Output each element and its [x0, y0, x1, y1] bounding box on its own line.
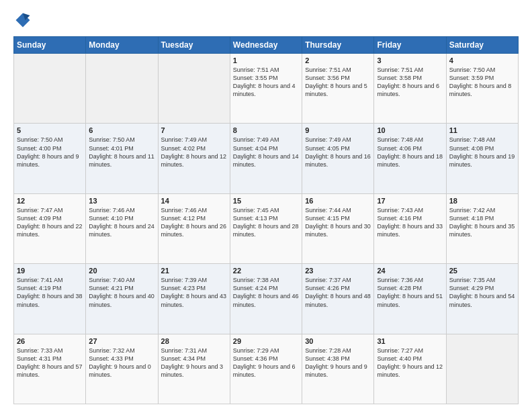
- cell-content: Sunrise: 7:48 AM Sunset: 4:08 PM Dayligh…: [449, 136, 515, 169]
- cell-content: Sunrise: 7:43 AM Sunset: 4:16 PM Dayligh…: [377, 206, 443, 239]
- calendar-header-row: SundayMondayTuesdayWednesdayThursdayFrid…: [14, 37, 519, 54]
- day-number: 11: [449, 126, 515, 134]
- day-header-friday: Friday: [374, 37, 446, 54]
- calendar-cell: 6Sunrise: 7:50 AM Sunset: 4:01 PM Daylig…: [86, 124, 158, 193]
- cell-content: Sunrise: 7:44 AM Sunset: 4:15 PM Dayligh…: [305, 206, 371, 239]
- logo: [13, 11, 35, 30]
- calendar-cell: 21Sunrise: 7:39 AM Sunset: 4:23 PM Dayli…: [158, 264, 230, 334]
- calendar-cell: [446, 334, 518, 404]
- cell-content: Sunrise: 7:35 AM Sunset: 4:29 PM Dayligh…: [449, 276, 515, 309]
- cell-content: Sunrise: 7:46 AM Sunset: 4:12 PM Dayligh…: [161, 206, 227, 239]
- cell-content: Sunrise: 7:46 AM Sunset: 4:10 PM Dayligh…: [89, 206, 154, 239]
- day-number: 12: [17, 197, 83, 205]
- cell-content: Sunrise: 7:42 AM Sunset: 4:18 PM Dayligh…: [449, 206, 515, 239]
- calendar-cell: 12Sunrise: 7:47 AM Sunset: 4:09 PM Dayli…: [14, 193, 86, 263]
- calendar-cell: 22Sunrise: 7:38 AM Sunset: 4:24 PM Dayli…: [230, 264, 302, 334]
- cell-content: Sunrise: 7:51 AM Sunset: 3:55 PM Dayligh…: [233, 66, 299, 99]
- calendar-cell: 26Sunrise: 7:33 AM Sunset: 4:31 PM Dayli…: [14, 334, 86, 404]
- day-header-monday: Monday: [86, 37, 158, 54]
- day-number: 18: [449, 197, 515, 205]
- calendar-cell: 2Sunrise: 7:51 AM Sunset: 3:56 PM Daylig…: [302, 54, 374, 124]
- day-number: 25: [449, 267, 515, 275]
- cell-content: Sunrise: 7:50 AM Sunset: 4:01 PM Dayligh…: [89, 136, 154, 169]
- cell-content: Sunrise: 7:49 AM Sunset: 4:02 PM Dayligh…: [161, 136, 227, 169]
- day-header-wednesday: Wednesday: [230, 37, 302, 54]
- calendar-cell: 17Sunrise: 7:43 AM Sunset: 4:16 PM Dayli…: [374, 193, 446, 263]
- calendar-cell: 24Sunrise: 7:36 AM Sunset: 4:28 PM Dayli…: [374, 264, 446, 334]
- calendar-cell: [14, 54, 86, 124]
- cell-content: Sunrise: 7:51 AM Sunset: 3:58 PM Dayligh…: [377, 66, 443, 99]
- cell-content: Sunrise: 7:48 AM Sunset: 4:06 PM Dayligh…: [377, 136, 443, 169]
- calendar-week-3: 12Sunrise: 7:47 AM Sunset: 4:09 PM Dayli…: [14, 193, 519, 263]
- calendar-cell: 16Sunrise: 7:44 AM Sunset: 4:15 PM Dayli…: [302, 193, 374, 263]
- day-number: 23: [305, 267, 371, 275]
- cell-content: Sunrise: 7:38 AM Sunset: 4:24 PM Dayligh…: [233, 276, 299, 309]
- day-number: 7: [161, 126, 227, 134]
- calendar-cell: 9Sunrise: 7:49 AM Sunset: 4:05 PM Daylig…: [302, 124, 374, 193]
- day-number: 30: [305, 337, 371, 345]
- calendar-cell: 3Sunrise: 7:51 AM Sunset: 3:58 PM Daylig…: [374, 54, 446, 124]
- logo-icon: [13, 11, 32, 30]
- calendar-cell: 23Sunrise: 7:37 AM Sunset: 4:26 PM Dayli…: [302, 264, 374, 334]
- cell-content: Sunrise: 7:50 AM Sunset: 3:59 PM Dayligh…: [449, 66, 515, 99]
- calendar-week-1: 1Sunrise: 7:51 AM Sunset: 3:55 PM Daylig…: [14, 54, 519, 124]
- day-header-saturday: Saturday: [446, 37, 518, 54]
- cell-content: Sunrise: 7:49 AM Sunset: 4:05 PM Dayligh…: [305, 136, 371, 169]
- calendar-cell: 18Sunrise: 7:42 AM Sunset: 4:18 PM Dayli…: [446, 193, 518, 263]
- cell-content: Sunrise: 7:28 AM Sunset: 4:38 PM Dayligh…: [305, 347, 371, 379]
- calendar-cell: [158, 54, 230, 124]
- day-number: 26: [17, 337, 83, 345]
- day-number: 10: [377, 126, 443, 134]
- cell-content: Sunrise: 7:50 AM Sunset: 4:00 PM Dayligh…: [17, 136, 83, 169]
- calendar-cell: 1Sunrise: 7:51 AM Sunset: 3:55 PM Daylig…: [230, 54, 302, 124]
- calendar-cell: 20Sunrise: 7:40 AM Sunset: 4:21 PM Dayli…: [86, 264, 158, 334]
- cell-content: Sunrise: 7:49 AM Sunset: 4:04 PM Dayligh…: [233, 136, 299, 169]
- day-number: 19: [17, 267, 83, 275]
- calendar-cell: 10Sunrise: 7:48 AM Sunset: 4:06 PM Dayli…: [374, 124, 446, 193]
- day-number: 8: [233, 126, 299, 134]
- day-number: 31: [377, 337, 443, 345]
- calendar-cell: 28Sunrise: 7:31 AM Sunset: 4:34 PM Dayli…: [158, 334, 230, 404]
- cell-content: Sunrise: 7:51 AM Sunset: 3:56 PM Dayligh…: [305, 66, 371, 99]
- calendar-cell: 14Sunrise: 7:46 AM Sunset: 4:12 PM Dayli…: [158, 193, 230, 263]
- day-number: 4: [449, 56, 515, 64]
- calendar-cell: [86, 54, 158, 124]
- cell-content: Sunrise: 7:36 AM Sunset: 4:28 PM Dayligh…: [377, 276, 443, 309]
- day-header-sunday: Sunday: [14, 37, 86, 54]
- calendar-cell: 25Sunrise: 7:35 AM Sunset: 4:29 PM Dayli…: [446, 264, 518, 334]
- day-number: 20: [89, 267, 154, 275]
- calendar-week-5: 26Sunrise: 7:33 AM Sunset: 4:31 PM Dayli…: [14, 334, 519, 404]
- day-number: 13: [89, 197, 154, 205]
- day-number: 29: [233, 337, 299, 345]
- calendar-week-4: 19Sunrise: 7:41 AM Sunset: 4:19 PM Dayli…: [14, 264, 519, 334]
- day-number: 5: [17, 126, 83, 134]
- cell-content: Sunrise: 7:39 AM Sunset: 4:23 PM Dayligh…: [161, 276, 227, 309]
- calendar-cell: 7Sunrise: 7:49 AM Sunset: 4:02 PM Daylig…: [158, 124, 230, 193]
- calendar-cell: 30Sunrise: 7:28 AM Sunset: 4:38 PM Dayli…: [302, 334, 374, 404]
- header: [13, 11, 519, 30]
- calendar-cell: 8Sunrise: 7:49 AM Sunset: 4:04 PM Daylig…: [230, 124, 302, 193]
- calendar-cell: 27Sunrise: 7:32 AM Sunset: 4:33 PM Dayli…: [86, 334, 158, 404]
- day-number: 9: [305, 126, 371, 134]
- cell-content: Sunrise: 7:29 AM Sunset: 4:36 PM Dayligh…: [233, 347, 299, 379]
- calendar-cell: 4Sunrise: 7:50 AM Sunset: 3:59 PM Daylig…: [446, 54, 518, 124]
- cell-content: Sunrise: 7:40 AM Sunset: 4:21 PM Dayligh…: [89, 276, 154, 309]
- calendar-cell: 13Sunrise: 7:46 AM Sunset: 4:10 PM Dayli…: [86, 193, 158, 263]
- day-number: 21: [161, 267, 227, 275]
- day-header-thursday: Thursday: [302, 37, 374, 54]
- cell-content: Sunrise: 7:47 AM Sunset: 4:09 PM Dayligh…: [17, 206, 83, 239]
- cell-content: Sunrise: 7:33 AM Sunset: 4:31 PM Dayligh…: [17, 347, 83, 379]
- day-number: 3: [377, 56, 443, 64]
- day-number: 14: [161, 197, 227, 205]
- day-number: 24: [377, 267, 443, 275]
- page: SundayMondayTuesdayWednesdayThursdayFrid…: [0, 0, 532, 411]
- day-header-tuesday: Tuesday: [158, 37, 230, 54]
- day-number: 28: [161, 337, 227, 345]
- cell-content: Sunrise: 7:31 AM Sunset: 4:34 PM Dayligh…: [161, 347, 227, 379]
- calendar-cell: 5Sunrise: 7:50 AM Sunset: 4:00 PM Daylig…: [14, 124, 86, 193]
- day-number: 16: [305, 197, 371, 205]
- cell-content: Sunrise: 7:45 AM Sunset: 4:13 PM Dayligh…: [233, 206, 299, 239]
- calendar-cell: 19Sunrise: 7:41 AM Sunset: 4:19 PM Dayli…: [14, 264, 86, 334]
- calendar-week-2: 5Sunrise: 7:50 AM Sunset: 4:00 PM Daylig…: [14, 124, 519, 193]
- calendar: SundayMondayTuesdayWednesdayThursdayFrid…: [13, 36, 519, 404]
